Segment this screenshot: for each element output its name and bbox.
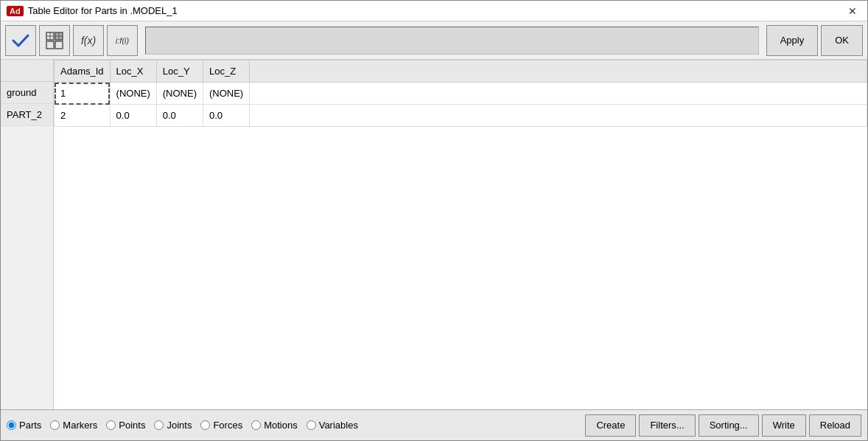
ifx-label: i:f(i) (116, 36, 129, 45)
check-icon (10, 30, 31, 51)
check-button[interactable] (5, 25, 36, 56)
table-row: 2 0.0 0.0 0.0 (55, 105, 867, 127)
title-bar-left: Ad Table Editor for Parts in .MODEL_1 (7, 5, 178, 16)
radio-markers-label: Markers (63, 420, 97, 431)
radio-item-motions[interactable]: Motions (251, 420, 298, 431)
radio-joints-label: Joints (167, 420, 192, 431)
radio-motions-label: Motions (264, 420, 298, 431)
row-label-part2: PART_2 (1, 104, 53, 126)
svg-rect-3 (55, 41, 63, 49)
radio-points[interactable] (106, 420, 116, 430)
radio-parts-label: Parts (19, 420, 41, 431)
col-header-loc-x: Loc_X (110, 60, 156, 83)
radio-item-parts[interactable]: Parts (7, 420, 41, 431)
cell-part2-loc-y[interactable]: 0.0 (156, 105, 203, 127)
row-labels: ground PART_2 (1, 60, 54, 409)
grid-icon (44, 30, 65, 51)
toolbar: f(x) i:f(i) Apply OK (1, 21, 867, 60)
row-header-spacer (1, 60, 53, 82)
cell-ground-extra (250, 83, 867, 105)
sorting-button[interactable]: Sorting... (699, 414, 759, 437)
cell-part2-loc-x[interactable]: 0.0 (110, 105, 156, 127)
title-bar: Ad Table Editor for Parts in .MODEL_1 ✕ (1, 1, 867, 21)
cell-part2-extra (250, 105, 867, 127)
col-header-extra (250, 60, 867, 83)
data-table: Adams_Id Loc_X Loc_Y Loc_Z 1 (NONE) (NON… (54, 60, 867, 127)
apply-button[interactable]: Apply (766, 25, 819, 56)
radio-forces-label: Forces (213, 420, 242, 431)
radio-points-label: Points (119, 420, 145, 431)
radio-motions[interactable] (251, 420, 261, 430)
ok-button[interactable]: OK (821, 25, 863, 56)
bottom-bar: Parts Markers Points Joints Forces Motio… (1, 409, 867, 440)
close-button[interactable]: ✕ (844, 4, 861, 18)
main-area: ground PART_2 Adams_Id Loc_X Loc_Y Loc_Z (1, 60, 867, 409)
cell-part2-loc-z[interactable]: 0.0 (203, 105, 249, 127)
svg-rect-2 (46, 41, 54, 49)
cell-ground-loc-x[interactable]: (NONE) (110, 83, 156, 105)
radio-forces[interactable] (200, 420, 210, 430)
ad-badge: Ad (7, 6, 24, 16)
col-header-loc-y: Loc_Y (156, 60, 203, 83)
radio-variables-label: Variables (319, 420, 358, 431)
cell-ground-adams-id[interactable]: 1 (55, 83, 111, 105)
bottom-buttons: Create Filters... Sorting... Write Reloa… (585, 414, 861, 437)
table-area: Adams_Id Loc_X Loc_Y Loc_Z 1 (NONE) (NON… (54, 60, 867, 409)
radio-markers[interactable] (50, 420, 60, 430)
cell-ground-loc-z[interactable]: (NONE) (203, 83, 249, 105)
write-button[interactable]: Write (762, 414, 806, 437)
cell-part2-adams-id[interactable]: 2 (55, 105, 111, 127)
radio-item-points[interactable]: Points (106, 420, 145, 431)
filters-button[interactable]: Filters... (639, 414, 695, 437)
fx-label: f(x) (81, 35, 96, 46)
radio-item-markers[interactable]: Markers (50, 420, 97, 431)
create-button[interactable]: Create (585, 414, 636, 437)
radio-group: Parts Markers Points Joints Forces Motio… (7, 420, 585, 431)
window-title: Table Editor for Parts in .MODEL_1 (28, 5, 178, 16)
fx-button[interactable]: f(x) (73, 25, 104, 56)
radio-item-variables[interactable]: Variables (307, 420, 358, 431)
ifx-button[interactable]: i:f(i) (107, 25, 138, 56)
grid-button[interactable] (39, 25, 70, 56)
main-window: Ad Table Editor for Parts in .MODEL_1 ✕ (0, 0, 868, 441)
radio-joints[interactable] (154, 420, 164, 430)
cell-ground-loc-y[interactable]: (NONE) (156, 83, 203, 105)
col-header-loc-z: Loc_Z (203, 60, 249, 83)
row-label-ground: ground (1, 82, 53, 104)
table-row: 1 (NONE) (NONE) (NONE) (55, 83, 867, 105)
radio-variables[interactable] (307, 420, 316, 430)
radio-parts[interactable] (7, 420, 16, 430)
reload-button[interactable]: Reload (809, 414, 861, 437)
radio-item-joints[interactable]: Joints (154, 420, 192, 431)
col-header-adams-id: Adams_Id (55, 60, 111, 83)
formula-input (145, 27, 759, 55)
radio-item-forces[interactable]: Forces (200, 420, 242, 431)
